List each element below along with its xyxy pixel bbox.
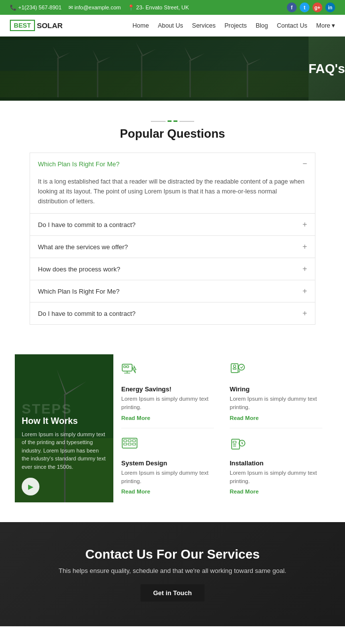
how-it-works-section: STEPS How It Works Lorem Ipsum is simply…: [0, 344, 345, 522]
how-video-content: STEPS How It Works Lorem Ipsum is simply…: [15, 395, 113, 503]
svg-rect-39: [124, 443, 127, 445]
feature-wiring-readmore[interactable]: Read More: [230, 415, 322, 421]
faq-question-1[interactable]: Which Plan Is Right For Me? −: [30, 153, 315, 175]
top-email: ✉ info@example.com: [69, 4, 121, 11]
feature-energy-text: Lorem Ipsum is simply dummy text printin…: [121, 395, 214, 412]
nav-more[interactable]: More ▾: [316, 22, 335, 29]
logo-best: BEST: [10, 20, 35, 31]
feature-system: System Design Lorem Ipsum is simply dumm…: [121, 428, 214, 502]
faq-minus-icon: −: [303, 159, 307, 168]
hero-title: FAQ's: [309, 61, 345, 76]
footer: BEST SOLAR Lorem ipsum dolor sit amet, c…: [0, 626, 345, 644]
top-address: 📍 23- Envato Street, UK: [128, 4, 189, 11]
hero-background: [0, 37, 309, 101]
how-video-panel: STEPS How It Works Lorem Ipsum is simply…: [15, 354, 113, 502]
contact-cta-title: Contact Us For Our Services: [59, 547, 286, 562]
faq-plus-icon: +: [303, 287, 307, 296]
nav-links: Home About Us Services Projects Blog Con…: [133, 22, 335, 29]
svg-rect-30: [124, 366, 126, 368]
faq-question-3[interactable]: What are the services we offer? +: [30, 236, 315, 258]
svg-rect-18: [247, 64, 248, 97]
svg-rect-40: [128, 443, 131, 445]
faq-item: Do I have to commit to a contract? +: [30, 302, 315, 325]
nav-home[interactable]: Home: [133, 22, 149, 29]
svg-rect-1: [0, 71, 309, 97]
feature-installation-readmore[interactable]: Read More: [230, 489, 322, 494]
system-icon: [121, 436, 214, 456]
feature-wiring: Wiring Lorem Ipsum is simply dummy text …: [230, 354, 322, 428]
svg-rect-10: [141, 55, 142, 97]
faq-item: How does the process work? +: [30, 258, 315, 280]
logo[interactable]: BEST SOLAR: [10, 20, 63, 31]
faq-question-4[interactable]: How does the process work? +: [30, 258, 315, 280]
faq-plus-icon: +: [303, 265, 307, 273]
feature-wiring-name: Wiring: [230, 385, 322, 393]
contact-cta-description: This helps ensure quality, schedule and …: [59, 567, 286, 574]
contact-cta-section: Contact Us For Our Services This helps e…: [0, 522, 345, 626]
svg-point-43: [234, 365, 236, 368]
twitter-icon[interactable]: t: [300, 2, 310, 12]
feature-energy-name: Energy Savings!: [121, 385, 214, 393]
svg-rect-38: [133, 440, 136, 442]
faq-question-2[interactable]: Do I have to commit to a contract? +: [30, 214, 315, 235]
top-bar-contact: 📞 +1(234) 567-8901 ✉ info@example.com 📍 …: [10, 4, 189, 11]
get-in-touch-button[interactable]: Get in Touch: [140, 584, 205, 602]
faq-plus-icon: +: [303, 309, 307, 318]
feature-installation-text: Lorem Ipsum is simply dummy text printin…: [230, 469, 322, 486]
how-grid: STEPS How It Works Lorem Ipsum is simply…: [15, 354, 330, 502]
faq-title: Popular Questions: [30, 127, 315, 141]
feature-system-name: System Design: [121, 459, 214, 467]
svg-rect-48: [232, 439, 240, 449]
faq-item: What are the services we offer? +: [30, 235, 315, 258]
faq-question-6[interactable]: Do I have to commit to a contract? +: [30, 303, 315, 324]
feature-energy: Energy Savings! Lorem Ipsum is simply du…: [121, 354, 214, 428]
installation-icon: [230, 436, 322, 456]
top-social: f t g+ in: [287, 2, 335, 12]
feature-system-text: Lorem Ipsum is simply dummy text printin…: [121, 469, 214, 486]
nav-projects[interactable]: Projects: [224, 22, 246, 29]
svg-rect-44: [233, 368, 236, 370]
svg-rect-36: [124, 440, 127, 442]
top-phone: 📞 +1(234) 567-8901: [10, 4, 62, 11]
faq-item: Which Plan Is Right For Me? − It is a lo…: [30, 152, 315, 213]
faq-question-5[interactable]: Which Plan Is Right For Me? +: [30, 280, 315, 302]
play-button[interactable]: ▶: [22, 478, 39, 495]
faq-answer-1: It is a long established fact that a rea…: [30, 175, 315, 213]
nav-about[interactable]: About Us: [158, 22, 183, 29]
faq-item: Do I have to commit to a contract? +: [30, 213, 315, 235]
svg-rect-6: [97, 62, 99, 98]
feature-installation-name: Installation: [230, 459, 322, 467]
how-title: How It Works: [22, 416, 106, 426]
svg-rect-14: [189, 60, 191, 97]
steps-label: STEPS: [22, 402, 106, 416]
facebook-icon[interactable]: f: [287, 2, 297, 12]
svg-rect-2: [57, 58, 59, 97]
feature-energy-readmore[interactable]: Read More: [121, 415, 214, 421]
nav-contact[interactable]: Contact Us: [277, 22, 308, 29]
feature-wiring-text: Lorem Ipsum is simply dummy text printin…: [230, 395, 322, 412]
how-features-col-1: Energy Savings! Lorem Ipsum is simply du…: [113, 354, 222, 502]
contact-cta-content: Contact Us For Our Services This helps e…: [59, 547, 286, 602]
googleplus-icon[interactable]: g+: [312, 2, 322, 12]
how-features-col-2: Wiring Lorem Ipsum is simply dummy text …: [222, 354, 330, 502]
faq-section: Popular Questions Which Plan Is Right Fo…: [0, 101, 345, 344]
hero-section: FAQ's: [0, 37, 345, 101]
svg-point-55: [242, 443, 242, 444]
navbar: BEST SOLAR Home About Us Services Projec…: [0, 15, 345, 37]
logo-solar: SOLAR: [37, 21, 63, 30]
nav-blog[interactable]: Blog: [256, 22, 268, 29]
feature-installation: Installation Lorem Ipsum is simply dummy…: [230, 428, 322, 502]
svg-rect-31: [127, 366, 129, 368]
energy-icon: [121, 362, 214, 382]
wiring-icon: [230, 362, 322, 382]
linkedin-icon[interactable]: in: [325, 2, 335, 12]
svg-rect-37: [128, 440, 131, 442]
section-divider: [30, 120, 315, 122]
nav-services[interactable]: Services: [192, 22, 216, 29]
feature-system-readmore[interactable]: Read More: [121, 489, 214, 494]
faq-plus-icon: +: [303, 242, 307, 251]
faq-plus-icon: +: [303, 220, 307, 229]
faq-item: Which Plan Is Right For Me? +: [30, 280, 315, 302]
top-bar: 📞 +1(234) 567-8901 ✉ info@example.com 📍 …: [0, 0, 345, 15]
svg-point-45: [239, 364, 244, 370]
